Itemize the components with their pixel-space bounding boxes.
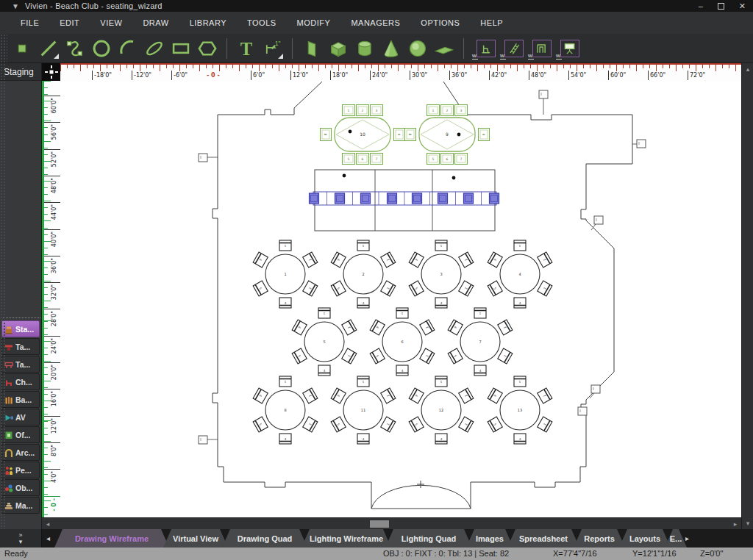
round-table-chair[interactable]: 2 — [538, 388, 552, 403]
round-table-chair[interactable]: 3 — [342, 348, 357, 364]
horizontal-scroll-track[interactable] — [54, 518, 729, 529]
round-table-chair[interactable]: 2 — [459, 388, 474, 403]
tool-rectangle-icon[interactable] — [169, 37, 193, 60]
round-table[interactable]: 1234567 — [448, 308, 513, 376]
menu-tools[interactable]: TOOLS — [237, 15, 287, 30]
round-table-chair[interactable]: 5 — [488, 281, 502, 296]
hex-chair[interactable]: 2 — [441, 105, 454, 116]
round-table-chair[interactable]: 4 — [279, 298, 291, 308]
round-table-chair[interactable]: 3 — [498, 348, 513, 364]
round-table-chair[interactable]: 6 — [488, 252, 502, 268]
sidebar-item-materials[interactable]: Ma... — [1, 497, 40, 514]
hex-chair[interactable]: 4 — [479, 129, 490, 141]
round-table-chair[interactable]: 6 — [448, 320, 463, 335]
round-table[interactable]: 12345613 — [488, 376, 552, 444]
sidebar-item-chairs[interactable]: Ch... — [1, 373, 40, 390]
round-table-chair[interactable]: 3 — [303, 281, 318, 296]
round-table-chair[interactable]: 5 — [253, 281, 268, 296]
round-table-chair[interactable]: 2 — [381, 388, 396, 403]
round-table-chair[interactable]: 2 — [459, 252, 474, 268]
round-table-chair[interactable]: 5 — [292, 348, 307, 364]
hex-chair[interactable]: 6 — [441, 154, 454, 165]
hex-chair[interactable]: 1 — [427, 105, 440, 116]
round-table[interactable]: 12345611 — [331, 376, 396, 444]
tool-polygon-icon[interactable] — [196, 37, 219, 60]
tool-spline-icon[interactable] — [63, 37, 87, 60]
head-table-chair[interactable] — [310, 193, 319, 204]
hex-chair[interactable]: 8 — [405, 129, 416, 141]
sidebar-item-stage[interactable]: Sta... — [1, 320, 40, 337]
menu-view[interactable]: VIEW — [90, 15, 132, 30]
sidebar-item-bars[interactable]: Ba... — [1, 391, 40, 408]
round-table-chair[interactable]: 3 — [381, 281, 396, 296]
sidebar-collapse-button[interactable]: ▾ — [19, 539, 23, 545]
tab-layouts[interactable]: Layouts — [619, 529, 671, 548]
hex-chair[interactable]: 5 — [343, 154, 355, 165]
round-table-chair[interactable]: 6 — [331, 252, 346, 268]
hex-chair[interactable]: 6 — [357, 154, 369, 165]
round-table-chair[interactable]: 3 — [381, 417, 396, 432]
tab-lighting-quad[interactable]: Lighting Quad — [385, 529, 472, 548]
drawing-canvas[interactable]: 1234567810123456789123456112345621234563… — [60, 81, 741, 517]
scroll-down-button[interactable]: ▾ — [742, 517, 753, 529]
tab-virtual-view[interactable]: Virtual View — [163, 529, 228, 548]
tool-circle-icon[interactable] — [90, 37, 113, 60]
tool-truss-wizard-icon[interactable]: w — [499, 37, 524, 60]
round-table-chair[interactable]: 6 — [409, 252, 424, 268]
round-table-chair[interactable]: 5 — [409, 281, 424, 296]
sidebar-item-av[interactable]: AV — [1, 409, 40, 426]
selection-handle[interactable] — [578, 407, 587, 415]
scroll-right-button[interactable]: ▸ — [729, 518, 741, 530]
hex-chair[interactable]: 4 — [394, 129, 405, 141]
round-table-chair[interactable]: 6 — [331, 388, 346, 403]
tool-cylinder-icon[interactable] — [353, 37, 376, 60]
round-table-chair[interactable]: 1 — [435, 376, 447, 387]
hex-table[interactable]: 123456789 — [405, 105, 490, 165]
round-table-chair[interactable]: 5 — [331, 281, 346, 296]
round-table-chair[interactable]: 5 — [488, 417, 502, 432]
round-table[interactable]: 1234563 — [409, 240, 474, 308]
menu-file[interactable]: FILE — [10, 15, 49, 30]
tabs-scroll-left-button[interactable]: ◂ — [42, 529, 54, 548]
round-table-chair[interactable]: 4 — [514, 298, 526, 308]
menu-draw[interactable]: DRAW — [132, 15, 179, 30]
sidebar-item-office[interactable]: Of... — [1, 426, 40, 443]
round-table-chair[interactable]: 1 — [396, 308, 408, 318]
round-table-chair[interactable]: 1 — [514, 240, 526, 251]
selection-handle[interactable] — [590, 385, 600, 398]
round-table-chair[interactable]: 4 — [474, 365, 486, 376]
round-table-chair[interactable]: 5 — [448, 348, 463, 364]
sidebar-item-arch[interactable]: Arc... — [1, 444, 40, 461]
round-table-chair[interactable]: 5 — [253, 417, 268, 432]
round-table-chair[interactable]: 3 — [303, 417, 318, 432]
head-table[interactable] — [310, 170, 499, 231]
tool-sphere-icon[interactable] — [406, 37, 429, 60]
round-table[interactable]: 1234562 — [331, 240, 396, 308]
round-table-chair[interactable]: 3 — [538, 417, 552, 432]
menu-managers[interactable]: MANAGERS — [340, 15, 410, 30]
tool-chair-wizard-icon[interactable]: w — [471, 37, 496, 60]
sidebar-item-tables2[interactable]: Ta... — [1, 356, 40, 373]
sidebar-item-objects[interactable]: Ob... — [1, 479, 40, 496]
tool-slab-icon[interactable] — [432, 37, 456, 60]
tab-reports[interactable]: Reports — [574, 529, 625, 548]
tool-door-wizard-icon[interactable]: w — [527, 37, 552, 60]
round-table-chair[interactable]: 2 — [381, 252, 396, 268]
head-table-chair[interactable] — [464, 193, 474, 204]
hex-chair[interactable]: 2 — [357, 105, 369, 116]
round-table-chair[interactable]: 6 — [253, 252, 268, 268]
head-table-chair[interactable] — [490, 193, 499, 204]
vertical-scroll-track[interactable] — [742, 75, 753, 517]
round-table-chair[interactable]: 4 — [435, 298, 447, 308]
hex-chair[interactable]: 1 — [343, 105, 355, 116]
round-table-chair[interactable]: 2 — [498, 320, 513, 335]
round-table-chair[interactable]: 1 — [514, 376, 526, 387]
round-table-chair[interactable]: 4 — [396, 365, 408, 376]
head-table-chair[interactable] — [413, 193, 422, 204]
hex-table[interactable]: 1234567810 — [321, 105, 405, 165]
round-table-chair[interactable]: 2 — [342, 320, 357, 335]
round-table-chair[interactable]: 6 — [488, 388, 502, 403]
round-table-chair[interactable]: 2 — [303, 388, 318, 403]
round-table[interactable]: 1234566 — [370, 308, 435, 376]
round-table-chair[interactable]: 1 — [474, 308, 486, 318]
